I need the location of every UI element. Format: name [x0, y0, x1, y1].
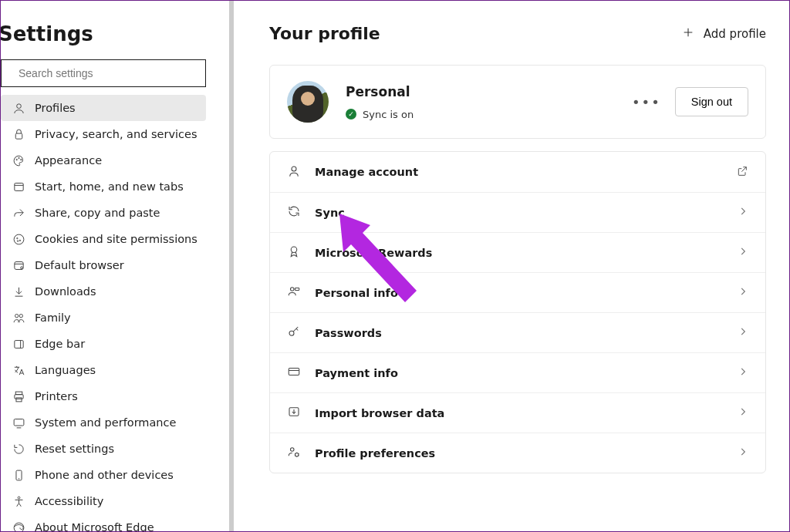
rewards-icon: [287, 244, 301, 261]
svg-rect-26: [295, 288, 299, 291]
external-link-icon: [736, 165, 748, 180]
menu-payment-info[interactable]: Payment info: [270, 352, 765, 392]
sidebar-item-downloads[interactable]: Downloads: [1, 278, 206, 305]
svg-point-8: [16, 237, 17, 238]
sidebar-item-cookies[interactable]: Cookies and site permissions: [1, 226, 206, 252]
sidebar-item-label: Start, home, and new tabs: [35, 180, 184, 193]
svg-point-31: [295, 453, 299, 457]
chevron-right-icon: [738, 366, 748, 379]
profile-actions: ••• Sign out: [632, 87, 748, 116]
sidebar-item-about[interactable]: About Microsoft Edge: [1, 514, 206, 531]
menu-rewards[interactable]: Microsoft Rewards: [270, 232, 765, 272]
menu-label: Passwords: [315, 327, 724, 339]
sidebar-item-phone[interactable]: Phone and other devices: [1, 462, 206, 488]
share-icon: [12, 207, 25, 220]
sidebar-item-profiles[interactable]: Profiles: [1, 95, 206, 121]
system-icon: [12, 416, 25, 429]
profile-info: Personal ✓ Sync is on: [346, 84, 632, 120]
svg-point-5: [20, 159, 21, 160]
svg-point-1: [16, 103, 21, 108]
more-actions-button[interactable]: •••: [632, 94, 661, 110]
menu-label: Profile preferences: [315, 447, 724, 460]
svg-rect-15: [14, 340, 22, 348]
sidebar-item-label: Profiles: [35, 102, 76, 114]
svg-rect-2: [15, 133, 22, 139]
menu-label: Personal info: [315, 287, 724, 299]
search-input[interactable]: [19, 67, 196, 79]
printer-icon: [12, 390, 25, 403]
chevron-right-icon: [738, 446, 748, 460]
family-icon: [12, 311, 25, 325]
sidebar-item-label: Languages: [35, 364, 96, 376]
svg-point-21: [18, 497, 20, 499]
sidebar-item-label: Share, copy and paste: [35, 207, 160, 219]
lock-icon: [12, 128, 25, 141]
sidebar-item-accessibility[interactable]: Accessibility: [1, 488, 206, 514]
menu-sync[interactable]: Sync: [270, 192, 765, 232]
svg-point-25: [291, 288, 295, 291]
cookie-icon: [12, 233, 25, 246]
svg-point-27: [289, 331, 294, 335]
menu-import[interactable]: Import browser data: [270, 392, 765, 433]
profile-menu-card: Manage account Sync Microsoft Rewards Pe…: [269, 151, 766, 473]
edgebar-icon: [12, 338, 25, 351]
sidebar-item-system[interactable]: System and performance: [1, 409, 206, 436]
chevron-right-icon: [738, 406, 748, 419]
card-icon: [287, 365, 301, 381]
page-title: Your profile: [269, 24, 380, 43]
svg-point-22: [14, 523, 24, 531]
svg-point-12: [20, 266, 22, 268]
plus-icon: [682, 26, 694, 42]
svg-rect-16: [15, 392, 22, 395]
search-box[interactable]: [1, 59, 206, 87]
menu-label: Sync: [315, 207, 724, 219]
sidebar-item-printers[interactable]: Printers: [1, 383, 206, 409]
menu-label: Manage account: [315, 166, 722, 178]
sidebar-item-edge-bar[interactable]: Edge bar: [1, 331, 206, 357]
sidebar-item-label: Cookies and site permissions: [35, 233, 198, 245]
accessibility-icon: [12, 495, 25, 508]
svg-point-4: [18, 157, 19, 158]
sidebar-item-label: Appearance: [35, 154, 102, 167]
sidebar-item-family[interactable]: Family: [1, 305, 206, 331]
settings-sidebar: Settings Profiles Privacy, search, and s…: [1, 1, 234, 531]
menu-profile-preferences[interactable]: Profile preferences: [270, 433, 765, 473]
profile-name: Personal: [346, 84, 632, 99]
svg-point-7: [14, 234, 24, 244]
sidebar-item-languages[interactable]: Languages: [1, 357, 206, 383]
sync-icon: [287, 204, 301, 221]
sidebar-item-start[interactable]: Start, home, and new tabs: [1, 173, 206, 200]
add-profile-button[interactable]: Add profile: [682, 26, 766, 42]
sign-out-button[interactable]: Sign out: [675, 87, 748, 116]
sidebar-nav: Profiles Privacy, search, and services A…: [1, 95, 229, 531]
sidebar-item-appearance[interactable]: Appearance: [1, 147, 206, 173]
svg-point-24: [291, 247, 297, 253]
sidebar-item-privacy[interactable]: Privacy, search, and services: [1, 121, 206, 147]
svg-point-14: [19, 314, 22, 317]
sidebar-item-reset[interactable]: Reset settings: [1, 436, 206, 462]
sidebar-item-label: Default browser: [35, 259, 124, 271]
sync-status-text: Sync is on: [363, 109, 414, 120]
sidebar-item-label: Family: [35, 311, 71, 324]
svg-point-23: [292, 167, 296, 171]
settings-title: Settings: [1, 15, 229, 59]
svg-rect-11: [14, 261, 22, 269]
edge-logo-icon: [12, 521, 25, 532]
browser-icon: [12, 259, 25, 272]
svg-rect-19: [14, 419, 24, 426]
sidebar-item-default-browser[interactable]: Default browser: [1, 252, 206, 278]
svg-point-13: [15, 314, 18, 317]
menu-label: Microsoft Rewards: [315, 247, 724, 259]
palette-icon: [12, 154, 25, 167]
sidebar-item-label: Accessibility: [35, 495, 103, 507]
sidebar-item-label: Downloads: [35, 285, 96, 298]
sidebar-item-label: Privacy, search, and services: [35, 128, 197, 140]
menu-personal-info[interactable]: Personal info: [270, 272, 765, 312]
menu-manage-account[interactable]: Manage account: [270, 152, 765, 192]
key-icon: [287, 325, 301, 341]
chevron-right-icon: [738, 286, 748, 299]
add-profile-label: Add profile: [704, 27, 766, 41]
chevron-right-icon: [738, 326, 748, 339]
menu-passwords[interactable]: Passwords: [270, 312, 765, 352]
sidebar-item-share[interactable]: Share, copy and paste: [1, 200, 206, 226]
